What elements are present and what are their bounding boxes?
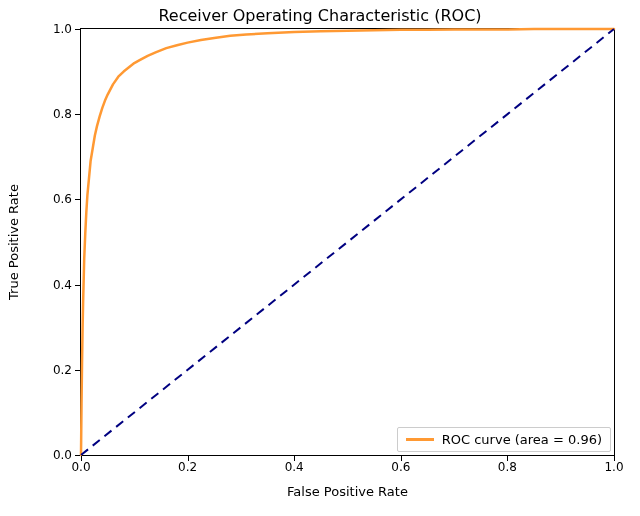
y-tick-mark [75, 114, 80, 115]
y-tick-label: 0.8 [32, 107, 72, 121]
roc-chart-figure: Receiver Operating Characteristic (ROC) … [0, 0, 640, 516]
y-tick-mark [75, 199, 80, 200]
y-tick-label: 1.0 [32, 22, 72, 36]
y-tick-mark [75, 455, 80, 456]
legend-label-roc: ROC curve (area = 0.96) [442, 432, 602, 447]
y-tick-label: 0.0 [32, 448, 72, 462]
y-tick-mark [75, 29, 80, 30]
chart-title: Receiver Operating Characteristic (ROC) [0, 6, 640, 25]
x-tick-label: 0.6 [391, 460, 410, 474]
y-tick-label: 0.6 [32, 192, 72, 206]
x-tick-label: 0.4 [285, 460, 304, 474]
plot-svg [81, 29, 614, 455]
x-tick-label: 0.8 [498, 460, 517, 474]
y-axis-label: True Positive Rate [6, 28, 26, 456]
plot-area: ROC curve (area = 0.96) [80, 28, 615, 456]
x-tick-label: 0.2 [178, 460, 197, 474]
legend: ROC curve (area = 0.96) [397, 427, 611, 452]
x-axis-label: False Positive Rate [80, 484, 615, 499]
y-tick-label: 0.2 [32, 363, 72, 377]
y-tick-mark [75, 285, 80, 286]
y-tick-mark [75, 370, 80, 371]
y-tick-label: 0.4 [32, 278, 72, 292]
x-tick-label: 1.0 [604, 460, 623, 474]
legend-swatch-roc [406, 438, 434, 441]
diagonal-reference-line [81, 29, 614, 455]
x-tick-label: 0.0 [71, 460, 90, 474]
